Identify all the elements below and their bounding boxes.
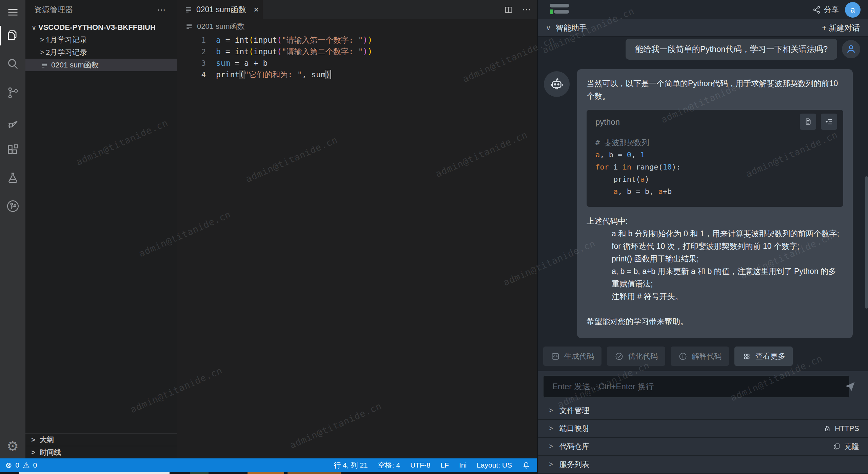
status-item[interactable]: LF xyxy=(440,460,449,470)
explain-item: print() 函数用于输出结果; xyxy=(587,253,843,265)
file-list-icon xyxy=(184,5,193,14)
code-token: ( xyxy=(277,47,282,56)
action-button-解释代码[interactable]: 解释代码 xyxy=(671,347,729,366)
settings-gear-icon[interactable]: ⚙ xyxy=(0,436,25,456)
action-label: 查看更多 xyxy=(755,351,785,361)
code-line: 4print("它们的和为: ", sum) xyxy=(177,69,537,80)
code-token: # 斐波那契数列 xyxy=(595,136,649,149)
split-editor-icon[interactable] xyxy=(504,5,513,15)
remote-explorer-icon[interactable] xyxy=(0,196,25,216)
code-token: a xyxy=(658,185,663,198)
code-token: ): xyxy=(672,161,681,173)
drag-handle-icon[interactable] xyxy=(550,4,569,16)
share-button[interactable]: 分享 xyxy=(812,5,839,15)
chevron-right-icon: > xyxy=(547,407,555,414)
status-item[interactable]: UTF-8 xyxy=(410,460,431,470)
action-button-优化代码[interactable]: 优化代码 xyxy=(607,347,665,366)
explain-item: a, b = b, a+b 用来更新 a 和 b 的值，注意这里用到了 Pyth… xyxy=(587,265,843,290)
code-token: in xyxy=(623,161,632,173)
line-number: 4 xyxy=(177,71,216,79)
tree-item-1月学习记录[interactable]: >1月学习记录 xyxy=(25,34,177,46)
chat-code-line: print(a) xyxy=(595,173,834,185)
section-端口映射[interactable]: >端口映射HTTPS xyxy=(538,420,868,438)
share-icon xyxy=(812,5,821,14)
status-item[interactable]: Ini xyxy=(459,460,467,470)
breadcrumb[interactable]: 0201 sum函数 xyxy=(185,19,245,34)
section-label: 文件管理 xyxy=(559,406,589,416)
tree-root[interactable]: ∨ VSCODE-PYTHON-V3-BKFFBIUH xyxy=(25,21,177,34)
section-label: 服务列表 xyxy=(559,459,589,470)
code-line: 2b = int(input("请输入第二个数字: ")) xyxy=(177,46,537,57)
assistant-panel: 分享 a ∨ 智能助手 + 新建对话 能给我一段简单的Python代码，学习一下… xyxy=(537,0,868,474)
more-actions-icon[interactable]: ⋯ xyxy=(522,4,531,15)
search-icon[interactable] xyxy=(0,54,25,74)
section-服务列表[interactable]: >服务列表 xyxy=(538,456,868,474)
menu-icon[interactable] xyxy=(0,2,25,22)
code-block-header: python xyxy=(587,110,843,134)
code-token: sum xyxy=(216,59,230,67)
share-label: 分享 xyxy=(824,5,839,15)
code-block: python # 斐波那契数列a, b = 0, 1for i in range… xyxy=(587,110,843,207)
chat-code-line: a, b = 0, 1 xyxy=(595,149,834,161)
sidebar-section-label: 时间线 xyxy=(40,448,61,457)
bot-avatar xyxy=(544,71,570,97)
explain-item: a 和 b 分别初始化为 0 和 1，用来计算斐波那契数列的前两个数字; xyxy=(587,228,843,240)
source-control-icon[interactable] xyxy=(0,83,25,103)
chat-input[interactable] xyxy=(543,375,850,398)
section-action-HTTPS[interactable]: HTTPS xyxy=(823,424,859,433)
action-button-生成代码[interactable]: 生成代码 xyxy=(543,347,601,366)
sidebar-section-大纲[interactable]: >大纲 xyxy=(25,433,177,446)
file-list-icon xyxy=(185,22,194,31)
section-代码仓库[interactable]: >代码仓库克隆 xyxy=(538,438,868,456)
explain-item: for 循环迭代 10 次，打印斐波那契数列的前 10 个数字; xyxy=(587,240,843,253)
sidebar-section-时间线[interactable]: >时间线 xyxy=(25,446,177,458)
status-item[interactable]: Layout: US xyxy=(477,460,512,470)
extensions-icon[interactable] xyxy=(0,140,25,160)
chat-input-zone xyxy=(538,371,868,402)
user-message-bubble: 能给我一段简单的Python代码，学习一下相关语法吗? xyxy=(626,39,837,60)
assistant-header[interactable]: ∨ 智能助手 + 新建对话 xyxy=(538,19,868,37)
close-icon[interactable]: × xyxy=(254,4,259,15)
panel-scrollbar-thumb[interactable] xyxy=(865,176,868,309)
problems-status[interactable]: ⊗ 0 ⚠ 0 xyxy=(5,461,334,470)
warning-icon: ⚠ xyxy=(23,461,30,470)
error-icon: ⊗ xyxy=(5,461,12,470)
tab-0201-sum[interactable]: 0201 sum函数 × xyxy=(177,0,263,19)
run-debug-icon[interactable] xyxy=(0,113,25,134)
chevron-down-icon: ∨ xyxy=(546,24,551,32)
code-token: 1 xyxy=(640,149,645,161)
code-token: 10 xyxy=(663,161,672,173)
notifications-bell-icon[interactable] xyxy=(522,461,530,469)
copy-code-button[interactable] xyxy=(800,114,816,130)
action-button-查看更多[interactable]: 查看更多 xyxy=(734,347,793,366)
section-action-label: HTTPS xyxy=(835,424,859,433)
code-token: ) xyxy=(325,70,331,79)
explorer-title: 资源管理器 xyxy=(34,5,73,15)
code-token: range( xyxy=(631,161,663,173)
avatar[interactable]: a xyxy=(845,2,861,18)
code-area[interactable]: 1a = int(input("请输入第一个数字: "))2b = int(in… xyxy=(177,34,537,80)
new-chat-button[interactable]: + 新建对话 xyxy=(822,23,860,33)
clone-icon xyxy=(833,442,841,451)
tree-item-0201 sum函数[interactable]: 0201 sum函数 xyxy=(25,59,177,71)
code-token: "请输入第一个数字: " xyxy=(282,35,363,45)
code-token: "它们的和为: " xyxy=(244,70,302,80)
tree-item-2月学习记录[interactable]: >2月学习记录 xyxy=(25,46,177,59)
insert-code-button[interactable] xyxy=(821,114,837,130)
send-icon[interactable] xyxy=(844,380,856,393)
status-item[interactable]: 空格: 4 xyxy=(378,460,400,470)
explorer-icon[interactable] xyxy=(0,25,25,45)
test-beaker-icon[interactable] xyxy=(0,167,25,188)
code-token: ( xyxy=(239,70,244,79)
action-label: 生成代码 xyxy=(564,351,594,361)
section-文件管理[interactable]: >文件管理 xyxy=(538,402,868,420)
code-token xyxy=(595,185,613,198)
explorer-more-actions[interactable]: ⋯ xyxy=(157,5,166,15)
chevron-right-icon: > xyxy=(29,449,37,456)
code-token: a xyxy=(640,173,645,185)
user-avatar xyxy=(842,40,860,58)
code-line: 3sum = a + b xyxy=(177,57,537,69)
status-item[interactable]: 行 4, 列 21 xyxy=(334,460,368,470)
optimize-code-icon xyxy=(614,352,624,361)
section-action-克隆[interactable]: 克隆 xyxy=(833,441,859,452)
